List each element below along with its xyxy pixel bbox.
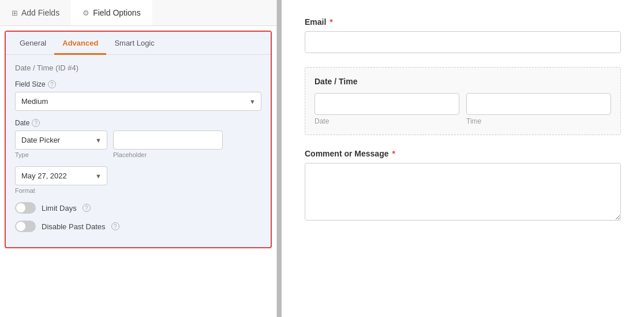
- tab-add-fields[interactable]: ⊞ Add Fields: [0, 0, 71, 25]
- limit-days-help-icon[interactable]: ?: [83, 204, 91, 212]
- time-sub-label: Time: [466, 117, 611, 125]
- date-type-sub-label: Type: [15, 151, 107, 158]
- field-options-box: General Advanced Smart Logic Date / Time…: [5, 31, 272, 248]
- limit-days-label: Limit Days: [42, 204, 77, 212]
- date-format-select-wrapper: May 27, 2022 27/05/2022 05/27/2022 ▼: [15, 166, 107, 185]
- limit-days-toggle[interactable]: [15, 202, 36, 214]
- field-title-text: Date / Time: [15, 64, 53, 72]
- tab-field-options-label: Field Options: [93, 8, 140, 17]
- field-options-area: General Advanced Smart Logic Date / Time…: [0, 26, 276, 317]
- datetime-group-label: Date / Time: [314, 77, 611, 86]
- comment-required-star: *: [392, 149, 395, 158]
- date-label: Date ?: [15, 119, 261, 127]
- datetime-group: Date / Time Date Time: [305, 67, 621, 135]
- disable-past-dates-toggle[interactable]: [15, 221, 36, 232]
- disable-past-dates-help-icon[interactable]: ?: [111, 222, 119, 230]
- date-placeholder-wrapper: Placeholder: [113, 130, 261, 158]
- sub-tab-advanced[interactable]: Advanced: [54, 32, 106, 55]
- date-format-select[interactable]: May 27, 2022 27/05/2022 05/27/2022: [15, 166, 107, 185]
- time-field: Time: [466, 93, 611, 125]
- top-tabs: ⊞ Add Fields ⚙ Field Options: [0, 0, 276, 26]
- date-placeholder-input[interactable]: [113, 130, 223, 150]
- date-type-select-wrapper: Date Picker Dropdown Text ▼: [15, 130, 107, 150]
- disable-past-dates-row: Disable Past Dates ?: [15, 221, 261, 232]
- date-field: Date: [314, 93, 459, 125]
- right-panel: Email * Date / Time Date Time Comment or…: [282, 0, 644, 317]
- date-type-select[interactable]: Date Picker Dropdown Text: [15, 130, 107, 150]
- field-size-help-icon[interactable]: ?: [48, 80, 56, 88]
- email-field-label: Email *: [305, 17, 621, 27]
- email-required-star: *: [330, 17, 332, 27]
- time-input[interactable]: [466, 93, 611, 115]
- field-size-label: Field Size ?: [15, 80, 261, 88]
- comment-field-group: Comment or Message *: [305, 149, 621, 223]
- date-group: Date ? Date Picker Dropdown Text: [15, 119, 261, 158]
- field-id: (ID #4): [55, 64, 78, 72]
- datetime-fields: Date Time: [314, 93, 611, 125]
- add-fields-icon: ⊞: [12, 9, 18, 17]
- email-field-group: Email *: [305, 17, 621, 53]
- field-content: Date / Time (ID #4) Field Size ? Medium …: [6, 55, 271, 247]
- comment-field-label: Comment or Message *: [305, 149, 621, 158]
- sub-tab-general[interactable]: General: [12, 32, 54, 55]
- field-options-icon: ⚙: [83, 9, 89, 17]
- field-size-select-wrapper: Medium Small Large ▼: [15, 92, 261, 111]
- tab-field-options[interactable]: ⚙ Field Options: [71, 0, 152, 25]
- date-format-sub-label: Format: [15, 187, 261, 194]
- panel-divider[interactable]: [277, 0, 282, 317]
- date-input[interactable]: [314, 93, 459, 115]
- date-help-icon[interactable]: ?: [32, 119, 40, 127]
- field-title: Date / Time (ID #4): [15, 63, 261, 72]
- date-type-wrapper: Date Picker Dropdown Text ▼ Type: [15, 130, 107, 158]
- field-size-group: Field Size ? Medium Small Large ▼: [15, 80, 261, 111]
- date-format-group: May 27, 2022 27/05/2022 05/27/2022 ▼ For…: [15, 166, 261, 194]
- disable-past-dates-label: Disable Past Dates: [42, 222, 106, 231]
- comment-textarea[interactable]: [305, 163, 621, 221]
- date-placeholder-sub-label: Placeholder: [113, 151, 261, 158]
- date-type-row: Date Picker Dropdown Text ▼ Type Placeho…: [15, 130, 261, 158]
- tab-add-fields-label: Add Fields: [21, 8, 59, 17]
- left-panel: ⊞ Add Fields ⚙ Field Options General Adv…: [0, 0, 277, 317]
- sub-tab-smart-logic[interactable]: Smart Logic: [106, 32, 162, 55]
- email-input[interactable]: [305, 31, 621, 53]
- sub-tabs: General Advanced Smart Logic: [6, 32, 271, 55]
- limit-days-row: Limit Days ?: [15, 202, 261, 214]
- field-size-select[interactable]: Medium Small Large: [15, 92, 261, 111]
- date-sub-label: Date: [314, 117, 459, 125]
